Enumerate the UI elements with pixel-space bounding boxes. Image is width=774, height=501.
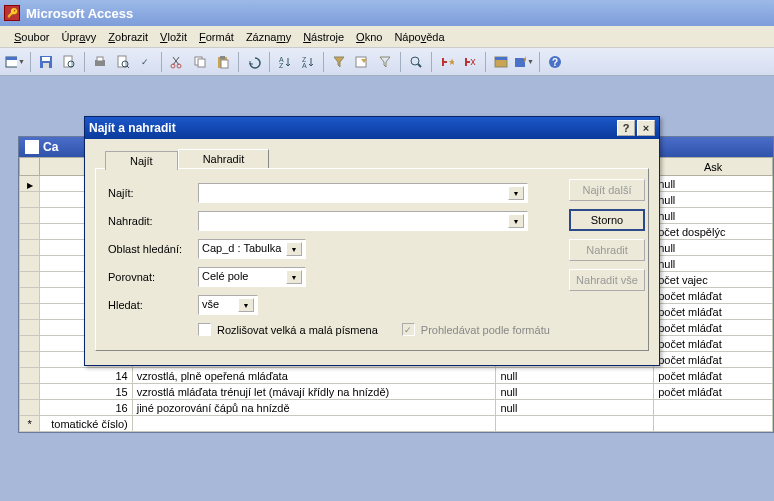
row-selector[interactable] [20,224,40,240]
replace-button[interactable]: Nahradit [569,239,645,261]
filter-selection-button[interactable] [328,51,350,73]
replace-all-button[interactable]: Nahradit vše [569,269,645,291]
lookin-combobox[interactable]: Cap_d : Tabulka ▼ [198,239,306,259]
match-combobox[interactable]: Celé pole ▼ [198,267,306,287]
cell-ask[interactable] [654,400,773,416]
help-icon[interactable]: ? [617,120,635,136]
cell-pop[interactable]: vzrostlá mláďata trénují let (mávají kří… [132,384,496,400]
cell-ask[interactable]: počet mláďat [654,320,773,336]
paste-button[interactable] [212,51,234,73]
cell-hau[interactable]: null [496,368,654,384]
row-selector[interactable] [20,320,40,336]
replace-combobox[interactable]: ▼ [198,211,528,231]
view-button[interactable]: ▼ [4,51,26,73]
cell-pop[interactable]: vzrostlá, plně opeřená mláďata [132,368,496,384]
print-button[interactable] [89,51,111,73]
table-row-new[interactable]: tomatické číslo) [20,416,773,432]
chevron-down-icon[interactable]: ▼ [286,270,302,284]
search-file-button[interactable] [58,51,80,73]
undo-button[interactable] [243,51,265,73]
row-selector[interactable] [20,304,40,320]
row-selector[interactable] [20,400,40,416]
cell-ask[interactable]: null [654,176,773,192]
cell-ask[interactable]: počet mláďat [654,336,773,352]
delete-record-button[interactable] [459,51,481,73]
cell-ask[interactable]: počet mláďat [654,352,773,368]
table-row[interactable]: 16jiné pozorování čápů na hnízděnull [20,400,773,416]
help-button[interactable]: ? [544,51,566,73]
cell-ask[interactable] [654,416,773,432]
cell-ask[interactable]: očet dospělýc [654,224,773,240]
row-selector[interactable] [20,336,40,352]
sort-desc-button[interactable]: ZA [297,51,319,73]
cell-ask[interactable]: počet mláďat [654,384,773,400]
cell-ask[interactable]: počet mláďat [654,368,773,384]
tab-find[interactable]: Najít [105,151,178,170]
cell-ask[interactable]: null [654,208,773,224]
row-selector[interactable] [20,384,40,400]
chevron-down-icon[interactable]: ▼ [238,298,254,312]
cell-id[interactable]: 14 [40,368,132,384]
find-input[interactable] [202,186,508,200]
cell-hau[interactable]: null [496,384,654,400]
table-row[interactable]: 15vzrostlá mláďata trénují let (mávají k… [20,384,773,400]
menu-okno[interactable]: Okno [350,29,388,45]
menu-format[interactable]: Formát [193,29,240,45]
row-selector[interactable] [20,240,40,256]
menu-napoveda[interactable]: Nápověda [388,29,450,45]
cell-id[interactable]: 16 [40,400,132,416]
row-selector[interactable] [20,208,40,224]
menu-upravy[interactable]: Úpravy [55,29,102,45]
cell-hau[interactable] [496,416,654,432]
matchcase-label[interactable]: Rozlišovat velká a malá písmena [217,324,378,336]
menu-zaznamy[interactable]: Záznamy [240,29,297,45]
save-button[interactable] [35,51,57,73]
sort-asc-button[interactable]: AZ [274,51,296,73]
cell-id[interactable]: 15 [40,384,132,400]
cell-ask[interactable]: počet mláďat [654,304,773,320]
cell-ask[interactable]: null [654,192,773,208]
close-icon[interactable]: × [637,120,655,136]
new-object-button[interactable]: ★▼ [513,51,535,73]
new-record-button[interactable]: ★ [436,51,458,73]
menu-soubor[interactable]: Soubor [8,29,55,45]
filter-form-button[interactable] [351,51,373,73]
cut-button[interactable] [166,51,188,73]
database-window-button[interactable] [490,51,512,73]
copy-button[interactable] [189,51,211,73]
chevron-down-icon[interactable]: ▼ [508,214,524,228]
spelling-button[interactable]: ✓ [135,51,157,73]
cell-ask[interactable]: počet mláďat [654,288,773,304]
row-selector[interactable] [20,288,40,304]
row-selector[interactable] [20,272,40,288]
cell-ask[interactable]: očet vajec [654,272,773,288]
row-selector[interactable] [20,256,40,272]
dialog-titlebar[interactable]: Najít a nahradit ? × [85,117,659,139]
find-next-button[interactable]: Najít další [569,179,645,201]
cell-hau[interactable]: null [496,400,654,416]
column-header-ask[interactable]: Ask [654,158,773,176]
table-row[interactable]: 14vzrostlá, plně opeřená mláďatanullpoče… [20,368,773,384]
replace-input[interactable] [202,214,508,228]
search-combobox[interactable]: vše ▼ [198,295,258,315]
cell-pop[interactable]: jiné pozorování čápů na hnízdě [132,400,496,416]
row-selector[interactable] [20,176,40,192]
matchcase-checkbox[interactable] [198,323,211,336]
select-all-corner[interactable] [20,158,40,176]
chevron-down-icon[interactable]: ▼ [508,186,524,200]
menu-nastroje[interactable]: Nástroje [297,29,350,45]
find-button[interactable] [405,51,427,73]
tab-replace[interactable]: Nahradit [178,149,270,168]
cell-pop[interactable] [132,416,496,432]
menu-zobrazit[interactable]: Zobrazit [102,29,154,45]
menu-vlozit[interactable]: Vložit [154,29,193,45]
cell-autonumber[interactable]: tomatické číslo) [40,416,132,432]
row-selector[interactable] [20,352,40,368]
apply-filter-button[interactable] [374,51,396,73]
row-selector[interactable] [20,368,40,384]
print-preview-button[interactable] [112,51,134,73]
cell-ask[interactable]: null [654,240,773,256]
row-selector[interactable] [20,192,40,208]
cell-ask[interactable]: null [654,256,773,272]
chevron-down-icon[interactable]: ▼ [286,242,302,256]
